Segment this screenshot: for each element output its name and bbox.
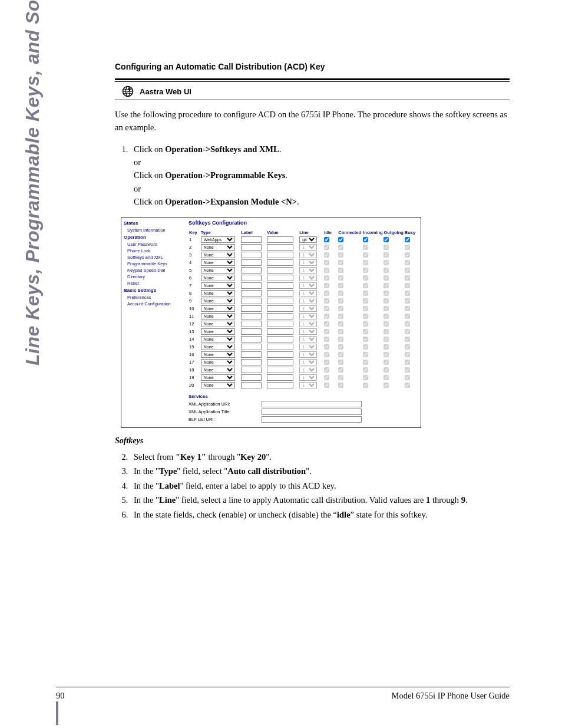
line-select: 1 — [299, 344, 317, 350]
type-select[interactable]: None — [201, 321, 235, 327]
idle-checkbox[interactable] — [324, 237, 329, 242]
line-select: 1 — [299, 275, 317, 281]
nav-link[interactable]: Reset — [124, 280, 186, 286]
label-input — [241, 282, 262, 289]
type-select[interactable]: None — [201, 359, 235, 365]
footer-title: Model 6755i IP Phone User Guide — [392, 691, 510, 701]
incoming-checkbox — [363, 252, 368, 258]
label-input[interactable] — [241, 236, 262, 243]
service-input[interactable] — [262, 409, 362, 415]
table-row: 4None1 — [189, 259, 418, 266]
busy-checkbox[interactable] — [405, 237, 410, 242]
key-cell: 10 — [189, 305, 200, 312]
type-select[interactable]: None — [201, 275, 235, 281]
nav-link[interactable]: Directory — [124, 274, 186, 280]
nav-operation-header: Operation — [124, 235, 186, 240]
busy-checkbox — [405, 383, 410, 388]
idle-checkbox — [324, 329, 329, 334]
services-header: Services — [189, 394, 418, 399]
busy-checkbox — [405, 337, 410, 342]
key-cell: 14 — [189, 335, 200, 343]
idle-checkbox — [324, 321, 329, 327]
value-input — [267, 252, 293, 258]
value-input — [267, 305, 293, 312]
label-input — [241, 382, 262, 388]
table-row: 16None1 — [189, 351, 418, 358]
idle-checkbox — [324, 337, 329, 342]
type-select[interactable]: None — [201, 290, 235, 297]
type-select[interactable]: WebApps — [201, 236, 235, 243]
nav-link[interactable]: Preferences — [124, 294, 186, 301]
line-select: 1 — [299, 267, 317, 274]
incoming-checkbox — [363, 367, 368, 373]
type-select[interactable]: None — [201, 367, 235, 373]
incoming-checkbox[interactable] — [363, 237, 368, 242]
type-select[interactable]: None — [201, 374, 235, 381]
type-select[interactable]: None — [201, 259, 235, 266]
column-header: Label — [240, 229, 266, 236]
line-select: 1 — [299, 382, 317, 388]
service-input[interactable] — [262, 416, 362, 423]
line-select: 1 — [299, 321, 317, 327]
idle-checkbox — [324, 375, 329, 380]
outgoing-checkbox — [384, 275, 389, 281]
outgoing-checkbox — [384, 329, 389, 334]
side-accent-line — [56, 701, 58, 725]
outgoing-checkbox[interactable] — [384, 237, 389, 242]
outgoing-checkbox — [384, 245, 389, 250]
label-input — [241, 244, 262, 251]
busy-checkbox — [405, 352, 410, 357]
table-row: 12None1 — [189, 320, 418, 328]
service-input[interactable] — [262, 401, 362, 407]
label-input — [241, 313, 262, 319]
value-input — [267, 336, 293, 342]
nav-link[interactable]: Softkeys and XML — [124, 254, 186, 261]
value-input — [267, 313, 293, 319]
type-select[interactable]: None — [201, 244, 235, 251]
nav-link[interactable]: System Information — [124, 227, 186, 233]
label-input — [241, 290, 262, 297]
line-select: 1 — [299, 252, 317, 258]
key-cell: 12 — [189, 320, 200, 328]
type-select[interactable]: None — [201, 282, 235, 289]
type-select[interactable]: None — [201, 336, 235, 342]
type-select[interactable]: None — [201, 252, 235, 258]
nav-link[interactable]: Keypad Speed Dial — [124, 267, 186, 274]
type-select[interactable]: None — [201, 328, 235, 335]
incoming-checkbox — [363, 383, 368, 388]
incoming-checkbox — [363, 321, 368, 327]
idle-checkbox — [324, 383, 329, 388]
outgoing-checkbox — [384, 314, 389, 319]
type-select[interactable]: None — [201, 351, 235, 358]
type-select[interactable]: None — [201, 382, 235, 388]
type-select[interactable]: None — [201, 267, 235, 274]
type-select[interactable]: None — [201, 305, 235, 312]
line-select: 1 — [299, 328, 317, 335]
label-input — [241, 351, 262, 358]
nav-link[interactable]: Account Configuration — [124, 301, 186, 307]
globe-icon — [122, 85, 134, 97]
key-cell: 4 — [189, 259, 200, 266]
line-select[interactable]: global — [299, 236, 317, 243]
label-input — [241, 328, 262, 335]
nav-link[interactable]: User Password — [124, 241, 186, 248]
connected-checkbox — [338, 298, 343, 304]
type-select[interactable]: None — [201, 313, 235, 319]
connected-checkbox[interactable] — [338, 237, 343, 242]
value-input — [267, 382, 293, 388]
table-row: 1WebAppsglobal — [189, 236, 418, 243]
value-input[interactable] — [267, 236, 293, 243]
incoming-checkbox — [363, 352, 368, 357]
nav-link[interactable]: Programmable Keys — [124, 261, 186, 267]
connected-checkbox — [338, 260, 343, 265]
value-input — [267, 359, 293, 365]
nav-link[interactable]: Phone Lock — [124, 248, 186, 254]
type-select[interactable]: None — [201, 344, 235, 350]
incoming-checkbox — [363, 260, 368, 265]
label-input — [241, 305, 262, 312]
step-1: Click on Operation->Softkeys and XML. or… — [130, 143, 510, 209]
ui-label: Aastra Web UI — [140, 87, 191, 96]
softkeys-table: KeyTypeLabelValueLineIdleConnectedIncomi… — [189, 229, 418, 389]
outgoing-checkbox — [384, 306, 389, 311]
type-select[interactable]: None — [201, 298, 235, 304]
